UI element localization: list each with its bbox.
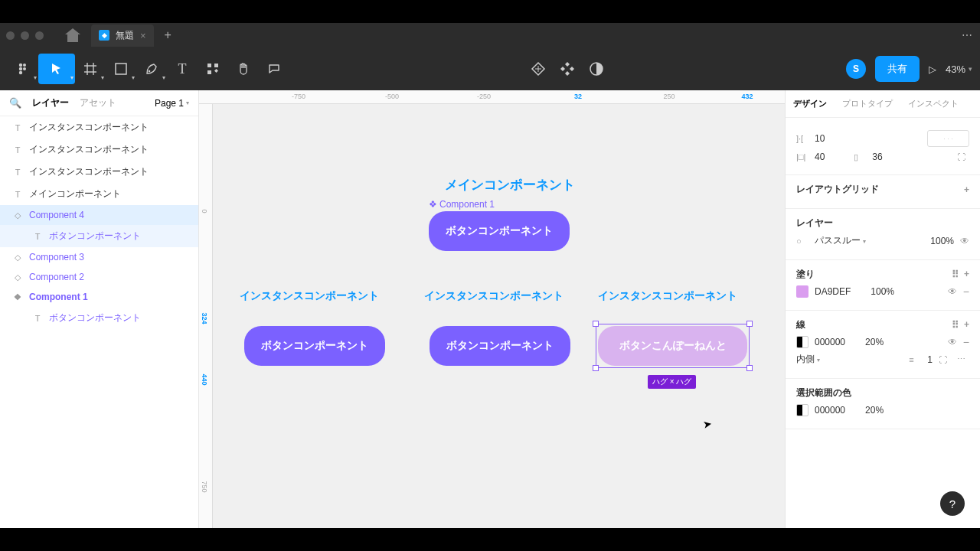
styles-icon[interactable]: ⠿	[952, 269, 956, 280]
canvas[interactable]: -750-500-25032250432 0324440750 メインコンポーネ…	[199, 90, 785, 528]
stroke-weight-icon: ≡	[909, 355, 921, 364]
component-icon[interactable]	[560, 61, 575, 77]
canvas-stage[interactable]: メインコンポーネント ❖Component 1 ボタンコンポーネント インスタン…	[213, 104, 785, 528]
svg-rect-4	[23, 67, 26, 70]
fill-hex[interactable]: DA9DEF	[815, 286, 851, 297]
stroke-swatch[interactable]	[796, 336, 808, 348]
hand-tool[interactable]	[228, 54, 259, 84]
reset-instance-icon[interactable]	[531, 61, 546, 77]
layer-item[interactable]: Tインスタンスコンポーネント	[0, 161, 198, 183]
ruler-tick: 324	[201, 312, 208, 324]
stroke-advanced-icon[interactable]: ⋯	[957, 354, 969, 364]
main-button[interactable]: ボタンコンポーネント	[429, 211, 570, 251]
page-select[interactable]: Page 1▾	[155, 98, 189, 109]
overflow-menu-icon[interactable]: ⋯	[962, 29, 974, 41]
main-menu-button[interactable]: ▾	[8, 54, 38, 84]
comment-tool[interactable]	[259, 54, 289, 84]
layer-item[interactable]: ◇Component 3	[0, 247, 198, 267]
zoom-select[interactable]: 43%▾	[946, 64, 972, 75]
present-icon[interactable]: ▷	[929, 64, 936, 75]
sel-handle-se[interactable]	[746, 365, 753, 371]
sel-color-hex[interactable]: 000000	[815, 405, 845, 416]
stroke-sides-icon[interactable]: ⛶	[939, 355, 951, 364]
avatar[interactable]: S	[846, 59, 866, 79]
layer-item[interactable]: ◇Component 2	[0, 267, 198, 287]
sel-handle-sw[interactable]	[593, 365, 599, 371]
add-stroke-button[interactable]: +	[964, 319, 969, 331]
layer-label: レイヤー	[796, 217, 833, 230]
layer-opacity[interactable]: 100%	[930, 236, 954, 246]
ruler-tick: -500	[385, 93, 399, 100]
file-tab[interactable]: ◆ 無題 ×	[91, 24, 154, 47]
layer-item[interactable]: Tインスタンスコンポーネント	[0, 116, 198, 139]
layer-type-icon: T	[12, 123, 23, 132]
remove-stroke-button[interactable]: −	[963, 336, 969, 348]
close-icon[interactable]: ×	[140, 30, 146, 41]
blend-icon: ○	[796, 236, 808, 246]
layer-item[interactable]: ◇Component 4	[0, 205, 198, 225]
fill-visibility-icon[interactable]: 👁	[948, 286, 957, 297]
tab-design[interactable]: デザイン	[786, 90, 835, 117]
pad-v-value[interactable]: 36	[872, 152, 882, 162]
sel-handle-nw[interactable]	[593, 321, 599, 327]
stroke-hex[interactable]: 000000	[815, 337, 845, 347]
tab-layers[interactable]: レイヤー	[32, 96, 69, 109]
sel-color-swatch[interactable]	[796, 404, 808, 416]
layer-section: レイヤー ○ パススルー ▾ 100% 👁	[786, 209, 980, 260]
text-tool[interactable]: T	[167, 54, 198, 84]
move-tool[interactable]: ▾	[38, 54, 75, 84]
search-icon[interactable]: 🔍	[9, 97, 21, 109]
main-component-title: メインコンポーネント	[445, 176, 575, 194]
tab-assets[interactable]: アセット	[80, 96, 116, 109]
fill-swatch[interactable]	[796, 285, 808, 298]
pad-h-value[interactable]: 40	[815, 152, 825, 162]
add-fill-button[interactable]: +	[964, 269, 969, 280]
ruler-tick: 0	[201, 209, 208, 213]
tab-prototype[interactable]: プロトタイプ	[835, 90, 900, 117]
layer-item[interactable]: Tボタンコンポーネント	[0, 307, 198, 329]
frame-tool[interactable]: ▾	[75, 54, 106, 84]
layer-type-icon: ◇	[12, 272, 23, 282]
layer-item[interactable]: Tメインコンポーネント	[0, 183, 198, 205]
shape-tool[interactable]: ▾	[106, 54, 136, 84]
resources-tool[interactable]	[198, 54, 228, 84]
help-button[interactable]: ?	[940, 491, 965, 516]
gap-value[interactable]: 10	[815, 133, 825, 144]
right-panel: デザイン プロトタイプ インスペクト ]·[ 10 · · · |□| 40 ▯…	[785, 90, 980, 528]
layer-type-icon: T	[12, 145, 23, 155]
new-tab-button[interactable]: +	[165, 28, 172, 42]
svg-point-0	[19, 64, 22, 67]
layer-item[interactable]: ❖Component 1	[0, 287, 198, 307]
add-grid-button[interactable]: +	[964, 184, 969, 195]
instance-button-1[interactable]: ボタンコンポーネント	[244, 326, 385, 366]
stroke-weight[interactable]: 1	[927, 354, 933, 365]
mask-icon[interactable]	[589, 61, 604, 77]
stroke-visibility-icon[interactable]: 👁	[948, 337, 957, 347]
stroke-position[interactable]: 内側 ▾	[796, 353, 820, 366]
component-badge[interactable]: ❖Component 1	[429, 199, 495, 210]
remove-fill-button[interactable]: −	[963, 285, 969, 298]
blend-mode[interactable]: パススルー ▾	[815, 234, 866, 247]
visibility-icon[interactable]: 👁	[960, 236, 969, 246]
ruler-horizontal: -750-500-25032250432	[199, 90, 785, 104]
ruler-tick: 250	[663, 93, 675, 100]
sel-color-opacity[interactable]: 20%	[865, 405, 884, 416]
layer-item[interactable]: Tボタンコンポーネント	[0, 225, 198, 247]
share-button[interactable]: 共有	[875, 56, 920, 82]
layer-item[interactable]: Tインスタンスコンポーネント	[0, 139, 198, 161]
styles-icon[interactable]: ⠿	[952, 319, 956, 331]
close-dot[interactable]	[6, 31, 15, 40]
alignment-grid[interactable]: · · ·	[927, 130, 969, 147]
tab-inspect[interactable]: インスペクト	[900, 90, 966, 117]
min-dot[interactable]	[21, 31, 29, 40]
stroke-opacity[interactable]: 20%	[865, 337, 884, 347]
instance-button-2[interactable]: ボタンコンポーネント	[430, 326, 570, 366]
sel-handle-ne[interactable]	[746, 321, 753, 327]
layer-type-icon: T	[12, 190, 23, 199]
fill-opacity[interactable]: 100%	[871, 286, 894, 297]
independent-padding-icon[interactable]: ⛶	[957, 152, 969, 161]
max-dot[interactable]	[35, 31, 44, 40]
home-icon[interactable]	[65, 28, 80, 42]
pen-tool[interactable]: ▾	[136, 54, 167, 84]
instance-title-2: インスタンスコンポーネント	[424, 289, 564, 303]
